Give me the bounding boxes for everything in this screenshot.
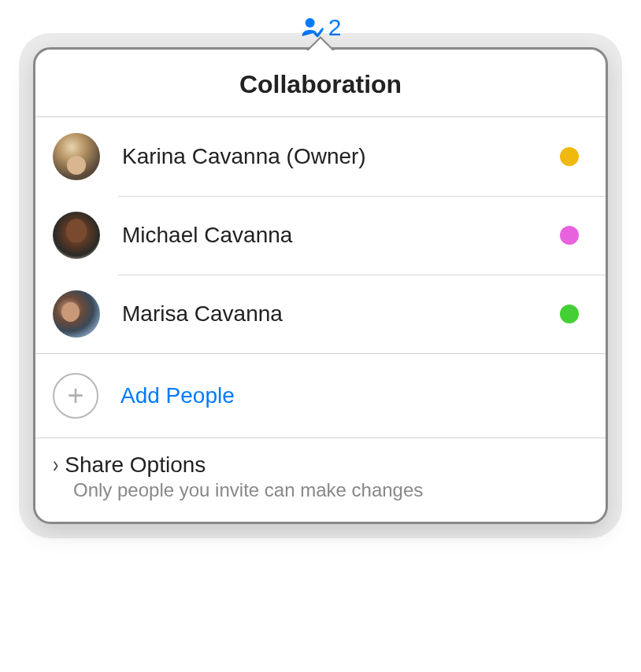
popover-header: Collaboration [35, 50, 606, 117]
plus-icon: + [53, 373, 98, 419]
status-dot [560, 147, 579, 166]
status-dot [560, 305, 579, 323]
person-row[interactable]: Marisa Cavanna [35, 275, 606, 353]
avatar [53, 133, 100, 180]
status-dot [560, 226, 579, 245]
person-row[interactable]: Karina Cavanna (Owner) [35, 117, 606, 196]
chevron-right-icon: › [53, 452, 58, 478]
svg-point-0 [306, 18, 315, 28]
share-options-subtitle: Only people you invite can make changes [73, 479, 588, 501]
share-options-title: Share Options [65, 452, 206, 478]
collaboration-popover: Collaboration Karina Cavanna (Owner) Mic… [33, 47, 608, 524]
avatar [53, 212, 100, 259]
person-name: Karina Cavanna (Owner) [122, 144, 538, 169]
add-people-label: Add People [120, 383, 235, 408]
share-options-button[interactable]: › Share Options Only people you invite c… [35, 438, 606, 522]
people-list: Karina Cavanna (Owner) Michael Cavanna M… [35, 117, 606, 354]
person-name: Marisa Cavanna [122, 301, 538, 327]
avatar [53, 290, 100, 338]
person-row[interactable]: Michael Cavanna [35, 196, 606, 275]
popover-arrow [306, 35, 335, 50]
person-name: Michael Cavanna [122, 223, 538, 248]
popover-title: Collaboration [35, 70, 606, 99]
add-people-button[interactable]: + Add People [35, 354, 606, 438]
